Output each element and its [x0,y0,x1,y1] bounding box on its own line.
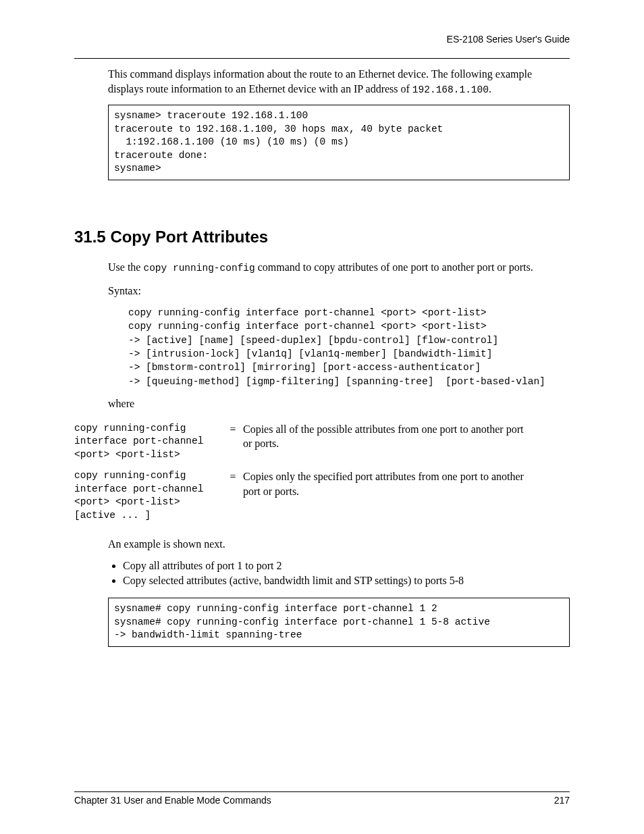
def-term: copy running-config interface port-chann… [74,468,227,529]
list-item: Copy all attributes of port 1 to port 2 [123,560,570,572]
syntax-label: Syntax: [108,284,570,298]
table-row: copy running-config interface port-chann… [74,468,536,529]
where-label: where [108,396,570,411]
def-equals: = [227,468,243,529]
page-footer: Chapter 31 User and Enable Mode Commands… [74,791,570,806]
footer-page-number: 217 [554,795,570,806]
table-row: copy running-config interface port-chann… [74,421,536,469]
example-bullets: Copy all attributes of port 1 to port 2 … [123,560,570,587]
section-heading: 31.5 Copy Port Attributes [74,228,570,246]
footer-chapter: Chapter 31 User and Enable Mode Commands [74,795,271,806]
usage-paragraph: Use the copy running-config command to c… [108,260,570,276]
definition-list: copy running-config interface port-chann… [74,421,536,529]
intro-ip-code: 192.168.1.100 [412,84,489,95]
def-desc: Copies only the specified port attribute… [243,468,536,529]
usage-prefix: Use the [108,261,143,273]
def-desc: Copies all of the possible attributes fr… [243,421,536,469]
traceroute-output-box: sysname> traceroute 192.168.1.100 tracer… [108,105,570,180]
list-item: Copy selected attributes (active, bandwi… [123,575,570,587]
usage-command: copy running-config [143,263,254,273]
example-intro: An example is shown next. [108,537,570,552]
intro-period: . [489,83,491,95]
example-output-box: sysname# copy running-config interface p… [108,598,570,647]
footer-rule [74,791,570,792]
syntax-block: copy running-config interface port-chann… [128,306,570,388]
def-term: copy running-config interface port-chann… [74,421,227,469]
header-rule [74,58,570,59]
usage-suffix: command to copy attributes of one port t… [255,261,533,273]
page-header: ES-2108 Series User's Guide [74,34,570,51]
def-equals: = [227,421,243,469]
intro-paragraph: This command displays information about … [108,67,570,97]
